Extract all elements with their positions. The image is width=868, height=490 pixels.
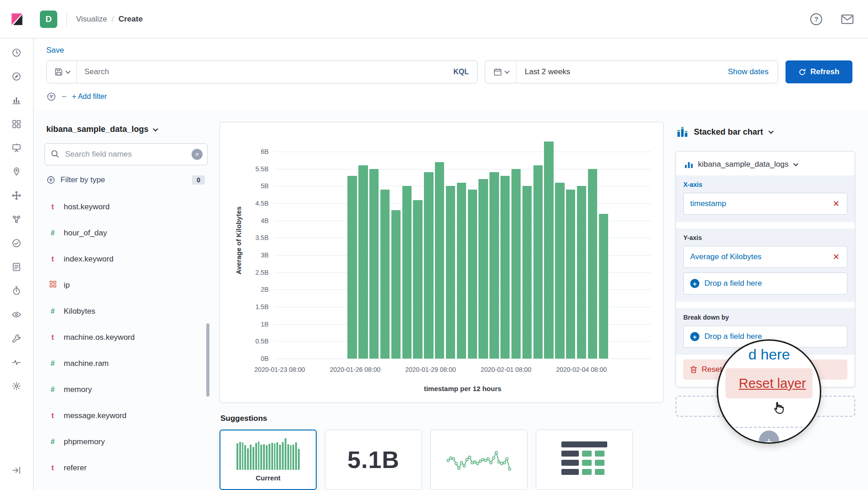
field-item[interactable]: #memory (44, 376, 208, 403)
bar[interactable] (522, 186, 532, 359)
chart-type-switcher[interactable]: Stacked bar chart (676, 126, 855, 137)
bar[interactable] (468, 190, 477, 359)
breadcrumb-separator: / (112, 15, 114, 24)
kibana-logo[interactable] (0, 12, 33, 27)
field-item[interactable]: #phpmemory (44, 429, 208, 455)
bar[interactable] (577, 186, 586, 359)
help-icon[interactable]: ? (809, 12, 823, 26)
field-name: host.keyword (64, 202, 110, 212)
query-input[interactable] (77, 67, 445, 76)
clear-search-button[interactable]: × (192, 149, 203, 160)
field-item[interactable]: #machine.ram (44, 350, 208, 376)
bar[interactable] (533, 165, 543, 359)
scrollbar-thumb[interactable] (206, 323, 209, 397)
bar[interactable] (566, 190, 575, 359)
bar[interactable] (500, 176, 510, 359)
bar[interactable] (511, 169, 521, 359)
time-range-label[interactable]: Last 2 weeks (525, 67, 570, 76)
maps-icon[interactable] (6, 162, 27, 181)
bar[interactable] (599, 214, 608, 359)
index-pattern-switcher[interactable]: kibana_sample_data_logs (46, 125, 208, 134)
zoom-annotation-circle: d here Reset layer + (717, 339, 821, 444)
bar[interactable] (544, 142, 553, 359)
collapse-menu-icon[interactable] (6, 461, 27, 480)
suggestion-line-chart[interactable] (430, 430, 527, 490)
field-item[interactable]: ip (44, 272, 208, 298)
y-axis-label: Y-axis (683, 234, 847, 241)
breadcrumb: Visualize / Create (76, 15, 143, 24)
apm-icon[interactable] (6, 281, 27, 300)
machine-learning-icon[interactable] (6, 186, 27, 205)
field-name: machine.os.keyword (64, 333, 135, 342)
remove-dimension-button[interactable]: ✕ (832, 252, 841, 262)
dashboard-icon[interactable] (6, 114, 27, 134)
field-item[interactable]: tmessage.keyword (44, 403, 208, 429)
discover-icon[interactable] (6, 67, 27, 86)
field-list: thost.keyword#hour_of_daytindex.keywordi… (44, 194, 208, 481)
metric-value: 5.1B (347, 446, 400, 474)
field-item[interactable]: tmachine.os.keyword (44, 324, 208, 350)
logs-icon[interactable] (6, 257, 27, 277)
date-quick-menu-button[interactable] (485, 61, 516, 83)
save-row: Save (33, 38, 868, 58)
show-dates-button[interactable]: Show dates (728, 67, 778, 76)
y-axis-tick-label: 4B (261, 217, 269, 224)
bar[interactable] (489, 172, 499, 359)
watcher-icon[interactable] (6, 305, 27, 324)
space-avatar[interactable]: D (40, 11, 57, 28)
save-button[interactable]: Save (46, 46, 64, 54)
x-axis-dimension[interactable]: timestamp ✕ (683, 193, 847, 215)
bar[interactable] (347, 176, 357, 359)
bar[interactable] (358, 165, 368, 359)
stack-monitoring-icon[interactable] (6, 353, 27, 372)
bar[interactable] (457, 183, 466, 359)
bar[interactable] (588, 169, 597, 359)
bar[interactable] (369, 169, 379, 359)
chevron-down-icon (769, 129, 774, 134)
suggestion-data-table[interactable] (536, 430, 633, 490)
management-gear-icon[interactable] (6, 376, 27, 396)
bar[interactable] (413, 200, 422, 359)
breadcrumb-visualize-link[interactable]: Visualize (76, 15, 107, 24)
chevron-down-icon (504, 69, 509, 74)
suggestion-current[interactable]: Current (220, 430, 317, 490)
bar[interactable] (424, 172, 433, 359)
bar[interactable] (555, 183, 564, 359)
filter-options-icon[interactable] (62, 96, 66, 97)
bar[interactable] (435, 162, 444, 359)
bar[interactable] (446, 186, 455, 359)
y-axis-dimension[interactable]: Average of Kilobytes ✕ (683, 246, 847, 268)
refresh-button[interactable]: Refresh (786, 60, 852, 83)
bar[interactable] (391, 210, 401, 359)
bar[interactable] (380, 190, 390, 359)
add-filter-button[interactable]: + Add filter (72, 93, 107, 101)
field-item[interactable]: thost.keyword (44, 194, 208, 220)
suggestion-metric[interactable]: 5.1B (325, 430, 422, 490)
query-language-button[interactable]: KQL (445, 68, 477, 76)
filter-by-type-button[interactable]: Filter by type 0 (44, 172, 208, 192)
saved-query-menu-button[interactable] (47, 61, 77, 83)
canvas-icon[interactable] (6, 138, 27, 158)
field-item[interactable]: #Kilobytes (44, 298, 208, 324)
magnified-reset-layer-button[interactable]: Reset layer (725, 368, 813, 398)
y-axis-drop-zone[interactable]: + Drop a field here (683, 272, 847, 294)
y-axis-tick-label: 5B (261, 182, 269, 190)
field-type-number-icon: # (48, 307, 57, 316)
recently-viewed-icon[interactable] (6, 43, 27, 62)
bar[interactable] (402, 186, 412, 359)
dev-tools-icon[interactable] (6, 329, 27, 348)
refresh-icon (798, 68, 806, 76)
field-item[interactable]: #hour_of_day (44, 220, 208, 246)
field-item[interactable]: tindex.keyword (44, 246, 208, 272)
remove-dimension-button[interactable]: ✕ (832, 199, 841, 209)
bar[interactable] (478, 179, 488, 359)
visualize-icon[interactable] (6, 91, 27, 110)
filter-icon[interactable] (46, 92, 56, 102)
graph-icon[interactable] (6, 210, 27, 229)
newsfeed-mail-icon[interactable] (841, 12, 854, 26)
magnified-add-layer-zone (726, 427, 812, 428)
field-item[interactable]: treferer (44, 455, 208, 481)
layer-index-pattern-button[interactable]: kibana_sample_data_logs (683, 159, 847, 175)
uptime-icon[interactable] (6, 234, 27, 253)
field-search-input[interactable] (44, 143, 208, 165)
